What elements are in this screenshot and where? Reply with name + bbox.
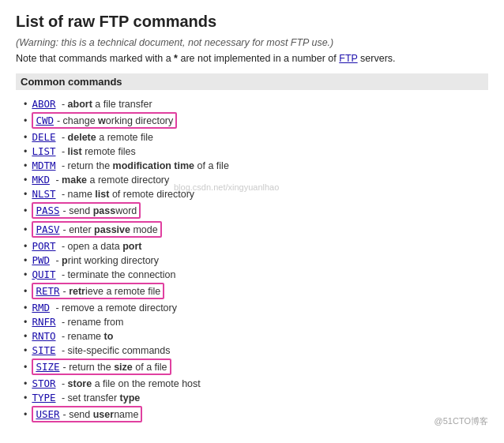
command-desc: - set transfer type xyxy=(59,392,141,404)
warning-text: (Warning: this is a technical document, … xyxy=(16,37,488,48)
command-desc: - return the size of a file xyxy=(63,362,167,373)
list-item: MKD - make a remote directory xyxy=(24,174,488,186)
note-text: Note that commands marked with a * are n… xyxy=(16,53,488,64)
command-desc: - send username xyxy=(63,409,139,420)
command-link-port[interactable]: PORT xyxy=(32,240,55,252)
list-item: RNTO - rename to xyxy=(24,330,488,342)
highlighted-command: CWD - change working directory xyxy=(32,112,177,129)
list-item: NLST - name list of remote directory xyxy=(24,188,488,200)
list-item: STOR - store a file on the remote host xyxy=(24,377,488,389)
list-item: PASS - send password xyxy=(24,202,488,219)
command-desc: - enter passive mode xyxy=(63,224,158,235)
list-item: RETR - retrieve a remote file xyxy=(24,283,488,299)
list-item: SIZE - return the size of a file xyxy=(24,359,488,375)
command-link-cwd[interactable]: CWD xyxy=(36,115,54,126)
ftp-link[interactable]: FTP xyxy=(339,53,357,64)
command-link-rnfr[interactable]: RNFR xyxy=(32,316,55,328)
highlighted-command: RETR - retrieve a remote file xyxy=(32,283,164,299)
list-item: CWD - change working directory xyxy=(24,112,488,129)
command-link-type[interactable]: TYPE xyxy=(32,392,55,404)
command-link-pwd[interactable]: PWD xyxy=(32,254,50,266)
command-desc: - rename from xyxy=(59,317,124,328)
command-desc: - print working directory xyxy=(53,255,159,266)
command-desc: - return the modification time of a file xyxy=(59,160,229,171)
list-item: TYPE - set transfer type xyxy=(24,392,488,404)
section-header: Common commands xyxy=(16,73,488,90)
command-link-pasv[interactable]: PASV xyxy=(36,223,59,235)
command-desc: - delete a remote file xyxy=(59,132,154,143)
list-item: DELE - delete a remote file xyxy=(24,131,488,143)
watermark2: @51CTO博客 xyxy=(434,415,488,427)
command-link-mkd[interactable]: MKD xyxy=(32,174,50,186)
list-item: LIST - list remote files xyxy=(24,145,488,157)
command-list: ABOR - abort a file transferCWD - change… xyxy=(24,98,488,422)
command-link-mdtm[interactable]: MDTM xyxy=(32,160,55,171)
list-item: USER - send username xyxy=(24,406,488,422)
command-link-rmd[interactable]: RMD xyxy=(32,302,50,313)
command-desc: - abort a file transfer xyxy=(59,99,152,110)
list-item: ABOR - abort a file transfer xyxy=(24,98,488,110)
command-link-rnto[interactable]: RNTO xyxy=(32,330,55,342)
command-desc: - retrieve a remote file xyxy=(63,286,161,297)
list-item: MDTM - return the modification time of a… xyxy=(24,160,488,171)
command-link-list[interactable]: LIST xyxy=(32,145,55,157)
highlighted-command: SIZE - return the size of a file xyxy=(32,359,171,375)
command-link-stor[interactable]: STOR xyxy=(32,377,55,389)
highlighted-command: USER - send username xyxy=(32,406,142,422)
command-link-dele[interactable]: DELE xyxy=(32,131,55,143)
command-desc: - open a data port xyxy=(59,241,142,252)
command-link-quit[interactable]: QUIT xyxy=(32,268,55,280)
command-desc: - change working directory xyxy=(57,115,173,126)
command-desc: - site-specific commands xyxy=(59,345,171,356)
command-link-nlst[interactable]: NLST xyxy=(32,188,55,200)
command-desc: - send password xyxy=(63,205,137,216)
command-desc: - name list of remote directory xyxy=(59,189,195,200)
highlighted-command: PASS - send password xyxy=(32,202,141,219)
command-desc: - list remote files xyxy=(59,146,136,157)
command-link-pass[interactable]: PASS xyxy=(36,205,59,216)
command-desc: - store a file on the remote host xyxy=(59,378,201,389)
highlighted-command: PASV - enter passive mode xyxy=(32,221,161,238)
command-desc: - rename to xyxy=(59,331,114,342)
list-item: QUIT - terminate the connection xyxy=(24,268,488,280)
command-desc: - remove a remote directory xyxy=(53,302,177,313)
list-item: PASV - enter passive mode xyxy=(24,221,488,238)
list-item: PWD - print working directory xyxy=(24,254,488,266)
list-item: PORT - open a data port xyxy=(24,240,488,252)
command-link-user[interactable]: USER xyxy=(36,408,59,420)
list-item: RNFR - rename from xyxy=(24,316,488,328)
command-link-abor[interactable]: ABOR xyxy=(32,98,55,110)
page-wrap: List of raw FTP commands (Warning: this … xyxy=(16,13,488,422)
command-desc: - terminate the connection xyxy=(59,269,176,280)
list-item: SITE - site-specific commands xyxy=(24,344,488,356)
command-link-size[interactable]: SIZE xyxy=(36,361,59,373)
list-item: RMD - remove a remote directory xyxy=(24,302,488,313)
page-title: List of raw FTP commands xyxy=(16,13,488,31)
command-link-site[interactable]: SITE xyxy=(32,344,55,356)
command-link-retr[interactable]: RETR xyxy=(36,285,59,297)
command-desc: - make a remote directory xyxy=(53,175,169,186)
